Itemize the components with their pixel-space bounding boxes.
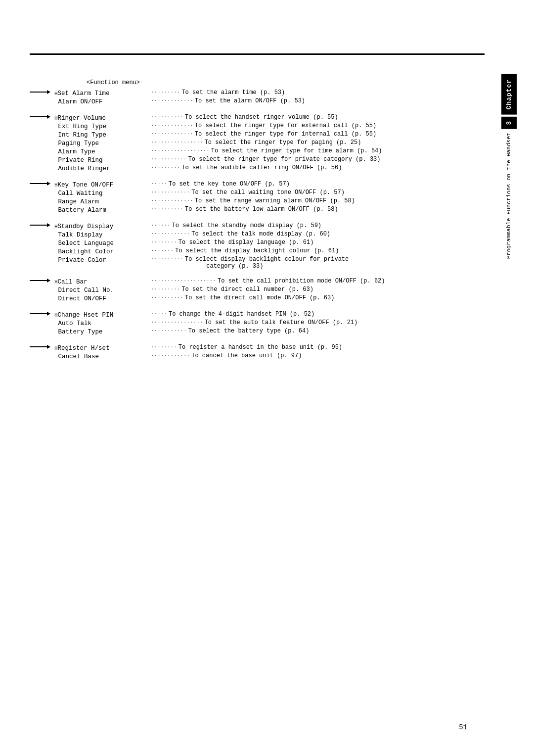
section-pin: HChange Hset PIN Auto Talk Battery Type … [30, 311, 482, 336]
menu-line-alarm-onoff: Alarm ON/OFF [54, 97, 151, 106]
menu-line-change-pin: HChange Hset PIN [54, 311, 151, 319]
cancel-base-label: Cancel Base [54, 353, 114, 360]
arrow-keytone [30, 181, 54, 186]
desc-direct-onoff: ··········To set the direct call mode ON… [151, 294, 438, 303]
desc-call-bar: ····················To set the call proh… [151, 278, 438, 286]
desc-register-hset: ········To register a handset in the bas… [151, 344, 438, 352]
arrow-icon-display [30, 223, 50, 227]
descs-pin: ·····To change the 4-digit handset PIN (… [151, 311, 482, 336]
desc-int-ring: ·············To select the ringer type f… [151, 131, 438, 139]
desc-call-waiting: ············To set the call waiting tone… [151, 189, 438, 197]
menu-line-backlight-color: Backlight Color [54, 247, 151, 256]
call-bar-label: HCall Bar [54, 279, 114, 285]
items-alarm: HSet Alarm Time Alarm ON/OFF [54, 89, 151, 106]
descs-ringer: ··········To select the handset ringer v… [151, 114, 482, 173]
desc-set-alarm-time: ·········To set the alarm time (p. 53) [151, 89, 438, 97]
chapter-number: 3 [501, 117, 517, 129]
arrow-icon-register [30, 345, 50, 349]
range-alarm-label: Range Alarm [54, 198, 114, 205]
function-menu-label: <Function menu> [87, 79, 482, 86]
arrow-register [30, 344, 54, 349]
section-ringer: HRinger Volume Ext Ring Type Int Ring Ty… [30, 114, 482, 173]
arrow-icon-callbar [30, 279, 50, 283]
menu-line-paging: Paging Type [54, 139, 151, 147]
register-hset-label: HRegister H/set [54, 345, 114, 352]
private-ring-label: Private Ring [54, 157, 114, 164]
descs-register: ········To register a handset in the bas… [151, 344, 482, 361]
menu-line-range-alarm: Range Alarm [54, 197, 151, 206]
call-waiting-label: Call Waiting [54, 190, 114, 197]
arrow-pin [30, 311, 54, 316]
arrow-icon-alarm [30, 90, 50, 94]
menu-line-auto-talk: Auto Talk [54, 319, 151, 328]
ext-ring-label: Ext Ring Type [54, 123, 114, 130]
arrow-icon-keytone [30, 182, 50, 186]
battery-alarm-label: Battery Alarm [54, 207, 114, 214]
select-language-label: Select Language [54, 240, 114, 247]
descs-callbar: ····················To set the call proh… [151, 278, 482, 303]
menu-line-battery-type: Battery Type [54, 328, 151, 336]
desc-battery-alarm: ··········To set the battery low alarm O… [151, 206, 438, 214]
arrow-alarm [30, 89, 54, 94]
section-callbar: HCall Bar Direct Call No. Direct ON/OFF … [30, 278, 482, 303]
desc-private-color: ··········To select display backlight co… [151, 256, 438, 270]
desc-paging: ················To select the ringer typ… [151, 139, 438, 147]
battery-type-label: Battery Type [54, 329, 114, 335]
menu-line-call-bar: HCall Bar [54, 278, 151, 286]
direct-onoff-label: Direct ON/OFF [54, 295, 114, 302]
menu-line-private-ring: Private Ring [54, 156, 151, 164]
items-pin: HChange Hset PIN Auto Talk Battery Type [54, 311, 151, 336]
backlight-color-label: Backlight Color [54, 248, 114, 255]
menu-line-audible-ringer: Audible Ringer [54, 164, 151, 173]
arrow-display [30, 222, 54, 227]
desc-cancel-base: ············To cancel the base unit (p. … [151, 352, 438, 361]
section-keytone: HKey Tone ON/OFF Call Waiting Range Alar… [30, 181, 482, 214]
chapter-sidebar: Chapter 3 Programmable Functions on the … [491, 74, 527, 259]
talk-display-label: Talk Display [54, 232, 114, 238]
auto-talk-label: Auto Talk [54, 320, 114, 327]
menu-line-alarm-type: Alarm Type [54, 147, 151, 156]
arrow-ringer [30, 114, 54, 119]
menu-line-standby-display: HStandby Display [54, 222, 151, 231]
menu-line-int-ring: Int Ring Type [54, 131, 151, 139]
chapter-subtitle: Programmable Functions on the Handset [505, 133, 513, 259]
menu-line-register-hset: HRegister H/set [54, 344, 151, 352]
menu-line-direct-onoff: Direct ON/OFF [54, 294, 151, 303]
items-keytone: HKey Tone ON/OFF Call Waiting Range Alar… [54, 181, 151, 214]
arrow-icon-pin [30, 312, 50, 316]
items-ringer: HRinger Volume Ext Ring Type Int Ring Ty… [54, 114, 151, 173]
section-display: HStandby Display Talk Display Select Lan… [30, 222, 482, 270]
desc-change-pin: ·····To change the 4-digit handset PIN (… [151, 311, 438, 319]
arrow-icon-ringer [30, 115, 50, 119]
desc-alarm-type: ··················To select the ringer t… [151, 147, 438, 156]
section-alarm: HSet Alarm Time Alarm ON/OFF ·········To… [30, 89, 482, 106]
int-ring-label: Int Ring Type [54, 132, 114, 139]
menu-line-keytone: HKey Tone ON/OFF [54, 181, 151, 189]
desc-backlight-color: ·······To select the display backlight c… [151, 247, 438, 256]
desc-ext-ring: ·············To select the ringer type f… [151, 122, 438, 131]
desc-standby-display: ······To select the standby mode display… [151, 222, 438, 231]
menu-line-ext-ring: Ext Ring Type [54, 122, 151, 131]
arrow-callbar [30, 278, 54, 283]
chapter-label: Chapter [501, 74, 517, 115]
desc-range-alarm: ·············To set the range warning al… [151, 197, 438, 206]
audible-ringer-label: Audible Ringer [54, 165, 114, 172]
items-display: HStandby Display Talk Display Select Lan… [54, 222, 151, 264]
private-color-label: Private Color [54, 257, 114, 264]
section-register: HRegister H/set Cancel Base ········To r… [30, 344, 482, 361]
menu-line-call-waiting: Call Waiting [54, 189, 151, 197]
page-number: 51 [459, 723, 467, 731]
desc-ringer-volume: ··········To select the handset ringer v… [151, 114, 438, 122]
menu-line-set-alarm-time: HSet Alarm Time [54, 89, 151, 97]
items-register: HRegister H/set Cancel Base [54, 344, 151, 361]
descs-keytone: ·····To set the key tone ON/OFF (p. 57) … [151, 181, 482, 214]
menu-line-private-color: Private Color [54, 256, 151, 264]
menu-line-battery-alarm: Battery Alarm [54, 206, 151, 214]
descs-alarm: ·········To set the alarm time (p. 53) ·… [151, 89, 482, 106]
descs-display: ······To select the standby mode display… [151, 222, 482, 270]
set-alarm-time-label: HSet Alarm Time [54, 90, 114, 97]
desc-private-ring: ···········To select the ringer type for… [151, 156, 438, 164]
alarm-onoff-label: Alarm ON/OFF [54, 98, 114, 105]
top-rule [30, 53, 485, 55]
desc-auto-talk: ················To set the auto talk fea… [151, 319, 438, 328]
